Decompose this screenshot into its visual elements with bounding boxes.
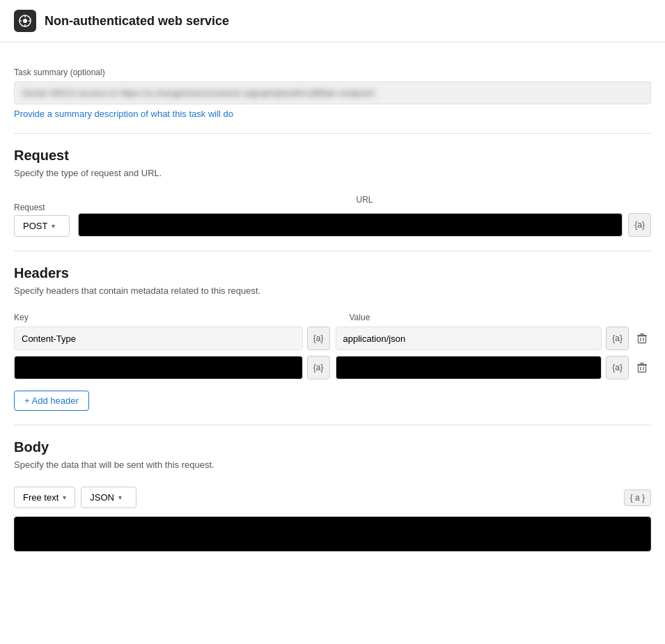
chevron-down-icon: ▾ — [52, 222, 55, 230]
headers-labels-row: Key Value — [14, 313, 651, 322]
request-section-desc: Specify the type of request and URL. — [14, 168, 651, 178]
svg-rect-7 — [640, 333, 644, 335]
free-text-chevron-icon: ▾ — [63, 494, 66, 501]
body-section-desc: Specify the data that will be sent with … — [14, 460, 651, 470]
task-summary-section: Task summary (optional) Sends WSCA acces… — [14, 68, 651, 119]
task-summary-blurred-text: Sends WSCA access to https://a.changeman… — [22, 88, 375, 98]
url-col: URL {a} — [78, 195, 651, 237]
task-summary-input[interactable]: Sends WSCA access to https://a.changeman… — [14, 81, 651, 104]
svg-rect-12 — [640, 363, 644, 364]
header-value-1-input[interactable] — [336, 327, 602, 350]
trash-icon — [636, 332, 648, 345]
body-textarea[interactable] — [14, 517, 651, 551]
request-method-value: POST — [23, 221, 47, 231]
task-summary-label: Task summary (optional) — [14, 68, 651, 77]
add-header-button[interactable]: + Add header — [14, 391, 89, 411]
request-method-select[interactable]: POST ▾ — [14, 215, 70, 237]
header-row-2: {a} {a} — [14, 356, 651, 379]
url-var-badge[interactable]: {a} — [628, 213, 651, 237]
svg-rect-13 — [639, 366, 646, 372]
header-key-1-wrapper: {a} — [14, 327, 330, 350]
body-var-badge[interactable]: { a } — [624, 489, 651, 506]
page-header: Non-authenticated web service — [0, 0, 665, 42]
svg-rect-8 — [639, 336, 646, 343]
header-value-2-var-badge[interactable]: {a} — [606, 356, 629, 379]
body-section: Body Specify the data that will be sent … — [14, 439, 651, 551]
headers-section: Headers Specify headers that contain met… — [14, 265, 651, 411]
url-label: URL — [356, 195, 373, 205]
header-key-1-var-badge[interactable]: {a} — [307, 327, 330, 350]
app-icon — [14, 10, 36, 32]
help-link[interactable]: Provide a summary description of what th… — [14, 109, 233, 119]
request-label: Request — [14, 203, 70, 212]
headers-section-desc: Specify headers that contain metadata re… — [14, 285, 651, 296]
header-value-1-var-badge[interactable]: {a} — [606, 327, 629, 350]
json-label: JSON — [90, 492, 114, 503]
task-summary-help: Provide a summary description of what th… — [14, 109, 651, 119]
json-select[interactable]: JSON ▾ — [81, 487, 136, 508]
header-delete-1-button[interactable] — [633, 329, 651, 347]
header-delete-2-button[interactable] — [633, 359, 651, 377]
request-section: Request Specify the type of request and … — [14, 148, 651, 237]
body-section-title: Body — [14, 439, 651, 455]
json-chevron-icon: ▾ — [118, 494, 122, 501]
header-value-2-wrapper: {a} — [336, 356, 652, 379]
divider-3 — [14, 425, 651, 425]
headers-section-title: Headers — [14, 265, 651, 281]
header-value-1-wrapper: {a} — [336, 327, 652, 350]
header-key-2-input[interactable] — [14, 356, 303, 379]
request-section-title: Request — [14, 148, 651, 164]
divider-2 — [14, 251, 651, 251]
key-column-label: Key — [14, 313, 316, 322]
divider-1 — [14, 133, 651, 134]
url-input[interactable] — [78, 213, 623, 237]
header-key-1-input[interactable] — [14, 327, 303, 350]
header-key-2-var-badge[interactable]: {a} — [307, 356, 330, 379]
free-text-select[interactable]: Free text ▾ — [14, 487, 75, 508]
header-row-1: {a} {a} — [14, 327, 651, 350]
value-column-label: Value — [350, 313, 652, 322]
header-value-2-input[interactable] — [336, 356, 602, 379]
page-title: Non-authenticated web service — [45, 14, 229, 29]
free-text-label: Free text — [23, 492, 58, 503]
svg-point-1 — [23, 19, 27, 23]
header-key-2-wrapper: {a} — [14, 356, 330, 379]
trash-icon — [636, 361, 648, 374]
body-controls-row: Free text ▾ JSON ▾ { a } — [14, 487, 651, 508]
request-form-row: Request POST ▾ URL {a} — [14, 195, 651, 237]
request-method-col: Request POST ▾ — [14, 203, 70, 237]
